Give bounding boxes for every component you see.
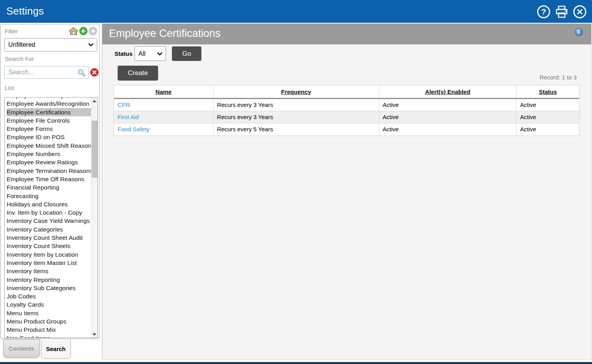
certification-link[interactable]: First Aid xyxy=(118,114,139,120)
cell-frequency: Recurs every 3 Years xyxy=(214,99,379,111)
list-item[interactable]: Holidays and Closures xyxy=(7,200,91,208)
status-select[interactable]: All xyxy=(135,46,166,61)
list-item[interactable]: Employee Termination Reasons xyxy=(7,167,91,175)
cell-status: Active xyxy=(516,111,579,123)
cell-alerts: Active xyxy=(379,123,516,136)
cell-status: Active xyxy=(516,99,579,111)
filter-select[interactable]: Unfiltered xyxy=(4,38,97,51)
column-header[interactable]: Name xyxy=(114,85,214,98)
list-item[interactable]: Loyalty Cards xyxy=(7,300,91,309)
status-label: Status xyxy=(114,50,133,57)
tab-search[interactable]: Search xyxy=(41,339,71,359)
sidebar-panel: Filter Unfiltered Search For List Empl xyxy=(0,24,100,339)
list-item[interactable]: Non-Food Items xyxy=(7,334,91,338)
scroll-up-button[interactable] xyxy=(91,97,98,104)
list-item[interactable]: Inventory Sub Categories xyxy=(7,284,91,292)
back-icon[interactable] xyxy=(79,27,88,35)
titlebar-icons: ? xyxy=(536,4,587,19)
help-icon[interactable]: ? xyxy=(536,4,551,19)
forward-icon[interactable] xyxy=(89,27,97,35)
list-item[interactable]: Financial Reporting xyxy=(7,183,91,191)
window-bottom-border xyxy=(0,362,592,364)
list-label: List xyxy=(5,85,14,91)
certification-link[interactable]: Food Safety xyxy=(118,126,149,132)
list-item[interactable]: Inventory Reporting xyxy=(7,276,91,284)
list-item[interactable]: Employee Awards/Recognition xyxy=(7,99,91,108)
close-icon[interactable] xyxy=(572,4,587,19)
table-header-row: NameFrequencyAlert(s) EnabledStatus xyxy=(114,85,579,99)
window-title: Settings xyxy=(6,5,44,17)
magnifier-icon xyxy=(77,68,86,77)
list-item[interactable]: Inventory Item by Location xyxy=(7,250,91,259)
search-input[interactable] xyxy=(4,66,89,79)
certification-link[interactable]: CPR xyxy=(118,101,130,108)
titlebar: Settings ? xyxy=(0,0,592,23)
column-header[interactable]: Frequency xyxy=(214,85,379,98)
svg-text:?: ? xyxy=(541,7,546,16)
cell-frequency: Recurs every 3 Years xyxy=(214,111,379,123)
create-button[interactable]: Create xyxy=(118,66,158,81)
list-item[interactable]: Inv. Item by Location - Copy xyxy=(7,208,91,217)
column-header[interactable]: Status xyxy=(516,85,579,98)
info-icon[interactable] xyxy=(575,28,583,36)
cell-name: CPR xyxy=(114,99,214,111)
sidebar-nav-icons xyxy=(69,27,97,35)
list-item[interactable]: Menu Items xyxy=(7,309,91,317)
list-item[interactable]: Inventory Count Sheet Audit xyxy=(7,233,91,242)
home-icon[interactable] xyxy=(69,27,78,35)
list-item[interactable]: Employee File Controls xyxy=(7,116,91,125)
record-count: Record: 1 to 3 xyxy=(540,74,577,81)
chevron-down-icon xyxy=(88,43,94,47)
list-item[interactable]: Employee ID on POS xyxy=(7,133,91,141)
certifications-table: NameFrequencyAlert(s) EnabledStatus CPRR… xyxy=(114,85,579,136)
list-item[interactable]: Employee Forms xyxy=(7,125,91,133)
list-item[interactable]: Employee Missed Shift Reasons xyxy=(7,142,91,150)
cell-frequency: Recurs every 5 Years xyxy=(214,123,379,136)
list-item[interactable]: Forecasting xyxy=(7,192,91,200)
print-icon[interactable] xyxy=(554,4,569,19)
filter-label: Filter xyxy=(5,28,18,35)
list-item[interactable]: Menu Product Mix xyxy=(7,325,91,334)
cell-name: First Aid xyxy=(114,111,214,123)
list-item[interactable]: Job Codes xyxy=(7,292,91,300)
main-panel: Employee Certifications Status All Go Cr… xyxy=(102,24,592,360)
filter-select-value: Unfiltered xyxy=(8,41,35,48)
settings-listbox: Employee AvailabilityEmployee Awards/Rec… xyxy=(4,97,98,338)
list-item[interactable]: Employee Numbers xyxy=(7,150,91,158)
settings-list: Employee AvailabilityEmployee Awards/Rec… xyxy=(5,97,91,338)
column-header[interactable]: Alert(s) Enabled xyxy=(379,85,516,98)
list-item[interactable]: Inventory Categories xyxy=(7,225,91,233)
list-item[interactable]: Inventory Items xyxy=(7,267,91,275)
clear-icon[interactable] xyxy=(90,68,99,77)
list-item[interactable]: Inventory Count Sheets xyxy=(7,242,91,250)
table-row: Food SafetyRecurs every 5 YearsActiveAct… xyxy=(114,123,579,136)
table-row: First AidRecurs every 3 YearsActiveActiv… xyxy=(114,111,579,123)
list-item[interactable]: Employee Review Ratings xyxy=(7,158,91,166)
table-body: CPRRecurs every 3 YearsActiveActiveFirst… xyxy=(114,99,579,136)
status-select-value: All xyxy=(138,50,146,57)
list-item[interactable]: Employee Time Off Reasons xyxy=(7,175,91,183)
chevron-down-icon xyxy=(157,52,162,55)
list-item[interactable]: Employee Certifications xyxy=(7,108,91,116)
scroll-down-button[interactable] xyxy=(91,331,98,338)
table-row: CPRRecurs every 3 YearsActiveActive xyxy=(114,99,579,111)
cell-alerts: Active xyxy=(379,111,516,123)
list-item[interactable]: Inventory Case Yield Warnings xyxy=(7,217,91,225)
tab-contents[interactable]: Contents xyxy=(3,339,40,358)
list-scrollbar[interactable] xyxy=(91,97,98,338)
page-header: Employee Certifications xyxy=(102,24,591,44)
list-item[interactable]: Menu Product Groups xyxy=(7,317,91,325)
page-title: Employee Certifications xyxy=(109,28,221,40)
search-for-label: Search For xyxy=(5,55,34,62)
scrollbar-thumb[interactable] xyxy=(92,121,98,178)
cell-status: Active xyxy=(516,123,579,136)
cell-name: Food Safety xyxy=(114,123,214,136)
list-item[interactable]: Inventory Item Master List xyxy=(7,259,91,267)
go-button[interactable]: Go xyxy=(172,46,201,61)
cell-alerts: Active xyxy=(379,99,516,111)
